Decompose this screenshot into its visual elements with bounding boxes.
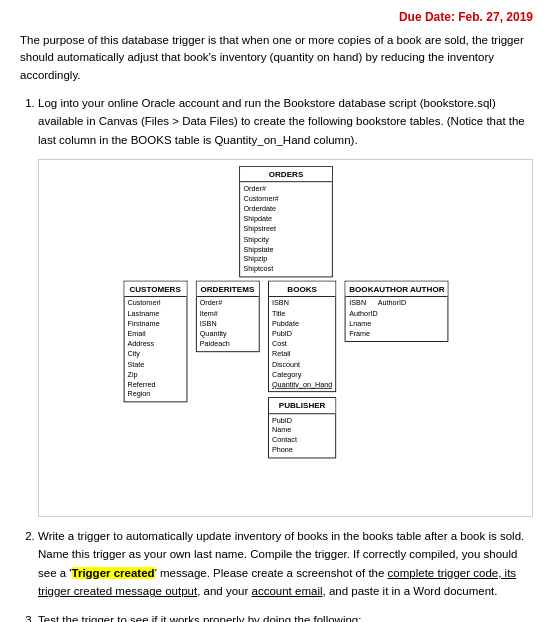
item1-text: Log into your online Oracle account and … [38,97,525,146]
customers-table: CUSTOMERS CustomerILastnameFirstnameEmai… [123,281,187,403]
books-body: ISBNTitlePubdatePubIDCostRetailDiscountC… [268,297,335,391]
list-item-3: Test the trigger to see if it works prop… [38,611,533,622]
item2-text4: , and paste it in a Word document. [323,585,498,597]
due-date: Due Date: Feb. 27, 2019 [20,10,533,24]
orderitems-header: ORDERITEMS [196,282,258,297]
instructions-list: Log into your online Oracle account and … [20,94,533,622]
item2-underline2: account email [252,585,323,597]
orders-header: ORDERS [240,167,332,182]
trigger-created-highlight: Trigger created [72,567,155,579]
list-item-1: Log into your online Oracle account and … [38,94,533,517]
orders-body: Order#Customer#OrderdateShipdateShipstre… [240,182,332,276]
customers-header: CUSTOMERS [124,282,186,297]
item2-text3: , and your [197,585,251,597]
books-header: BOOKS [268,282,335,297]
orderitems-table: ORDERITEMS Order#Item#ISBNQuantityPaidea… [195,281,259,352]
item2-text2: ' message. Please create a screenshot of… [155,567,388,579]
bookauthor-header: BOOKAUTHOR AUTHOR [345,282,447,297]
bookauthor-table: BOOKAUTHOR AUTHOR ISBN AuthorIDAuthorIDL… [344,281,448,342]
item3-text1: Test the trigger to see if it works prop… [38,614,361,622]
publisher-header: PUBLISHER [268,398,335,413]
bookauthor-body: ISBN AuthorIDAuthorIDLnameFrame [345,297,447,341]
list-item-2: Write a trigger to automatically update … [38,527,533,601]
intro-text: The purpose of this database trigger is … [20,32,533,84]
orderitems-body: Order#Item#ISBNQuantityPaideach [196,297,258,351]
publisher-table: PUBLISHER PubIDNameContactPhone [267,397,336,458]
orders-table: ORDERS Order#Customer#OrderdateShipdateS… [239,166,333,278]
publisher-body: PubIDNameContactPhone [268,414,335,458]
db-diagram: ORDERS Order#Customer#OrderdateShipdateS… [38,159,533,517]
books-table: BOOKS ISBNTitlePubdatePubIDCostRetailDis… [267,281,336,393]
customers-body: CustomerILastnameFirstnameEmailAddressCi… [124,297,186,401]
